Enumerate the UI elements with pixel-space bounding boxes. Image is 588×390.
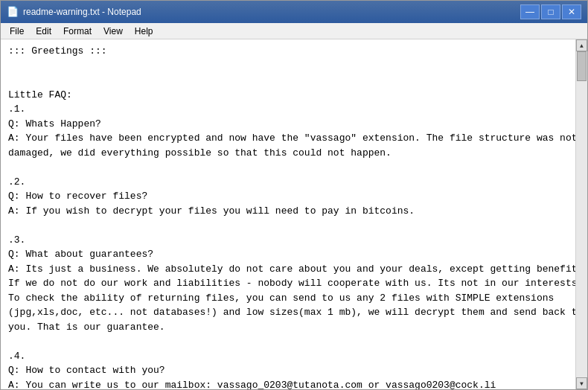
menu-view[interactable]: View bbox=[98, 25, 129, 38]
menu-bar: File Edit Format View Help bbox=[1, 23, 587, 39]
close-button[interactable]: ✕ bbox=[562, 4, 581, 19]
menu-edit[interactable]: Edit bbox=[30, 25, 57, 38]
scroll-thumb[interactable] bbox=[577, 51, 587, 81]
window-controls: — □ ✕ bbox=[520, 4, 581, 19]
minimize-button[interactable]: — bbox=[520, 4, 540, 19]
text-editor[interactable]: ::: Greetings ::: Little FAQ: .1. Q: Wha… bbox=[1, 39, 575, 389]
menu-file[interactable]: File bbox=[4, 25, 30, 38]
vertical-scrollbar[interactable]: ▲ ▼ bbox=[575, 39, 587, 389]
window-icon: 📄 bbox=[7, 6, 19, 18]
scroll-up-button[interactable]: ▲ bbox=[576, 39, 587, 51]
menu-help[interactable]: Help bbox=[129, 25, 159, 38]
maximize-button[interactable]: □ bbox=[541, 4, 560, 19]
content-wrapper: ::: Greetings ::: Little FAQ: .1. Q: Wha… bbox=[1, 39, 575, 389]
menu-format[interactable]: Format bbox=[57, 25, 98, 38]
content-area: ::: Greetings ::: Little FAQ: .1. Q: Wha… bbox=[1, 39, 587, 389]
notepad-window: 📄 readme-warning.txt - Notepad — □ ✕ Fil… bbox=[0, 0, 588, 390]
window-title: readme-warning.txt - Notepad bbox=[23, 7, 516, 17]
scroll-track[interactable] bbox=[576, 51, 587, 377]
scroll-down-button[interactable]: ▼ bbox=[576, 377, 587, 389]
title-bar: 📄 readme-warning.txt - Notepad — □ ✕ bbox=[1, 1, 587, 23]
